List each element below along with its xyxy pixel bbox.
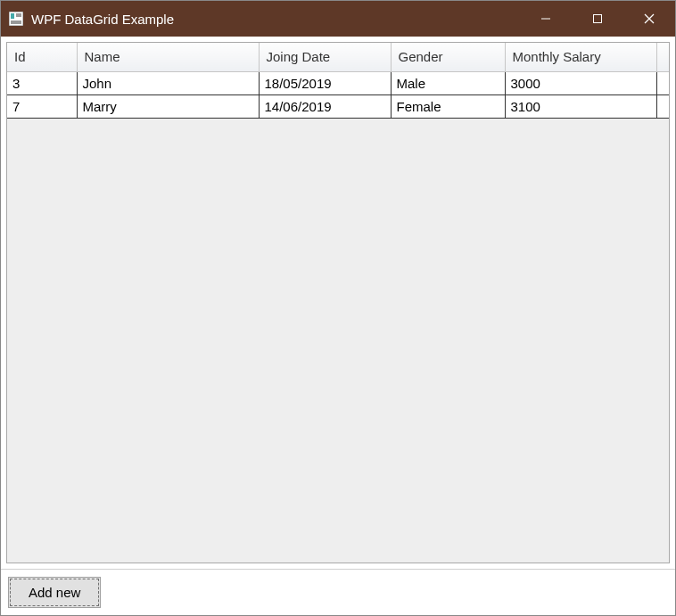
datagrid-empty-area[interactable]	[7, 119, 669, 563]
datagrid[interactable]: Id Name Joing Date Gender Monthly Salary…	[6, 42, 670, 563]
svg-rect-5	[594, 15, 602, 23]
table-row[interactable]: 3 John 18/05/2019 Male 3000	[7, 71, 669, 94]
column-header-joining-date[interactable]: Joing Date	[259, 43, 391, 71]
cell-name[interactable]: Marry	[77, 94, 259, 118]
maximize-button[interactable]	[572, 1, 623, 37]
cell-joining-date[interactable]: 14/06/2019	[259, 94, 391, 118]
cell-id[interactable]: 7	[7, 94, 77, 118]
svg-rect-2	[16, 13, 21, 17]
header-row: Id Name Joing Date Gender Monthly Salary	[7, 43, 669, 71]
cell-gender[interactable]: Female	[391, 94, 505, 118]
column-header-id[interactable]: Id	[7, 43, 77, 71]
column-header-salary[interactable]: Monthly Salary	[505, 43, 656, 71]
cell-joining-date[interactable]: 18/05/2019	[259, 71, 391, 94]
cell-gender[interactable]: Male	[391, 71, 505, 94]
svg-rect-3	[11, 21, 21, 24]
cell-salary[interactable]: 3000	[505, 71, 656, 94]
column-header-gender[interactable]: Gender	[391, 43, 505, 71]
svg-rect-1	[11, 13, 14, 19]
titlebar-controls	[520, 1, 675, 37]
table-row[interactable]: 7 Marry 14/06/2019 Female 3100	[7, 94, 669, 118]
cell-name[interactable]: John	[77, 71, 259, 94]
content-area: Id Name Joing Date Gender Monthly Salary…	[1, 37, 675, 615]
minimize-icon	[540, 13, 551, 24]
close-button[interactable]	[623, 1, 675, 37]
minimize-button[interactable]	[520, 1, 572, 37]
cell-id[interactable]: 3	[7, 71, 77, 94]
bottom-bar: Add new	[1, 569, 675, 615]
column-header-name[interactable]: Name	[77, 43, 259, 71]
add-new-button[interactable]: Add new	[8, 577, 101, 608]
app-icon	[8, 11, 24, 27]
column-header-filler	[656, 43, 669, 71]
maximize-icon	[592, 13, 603, 24]
title-bar[interactable]: WPF DataGrid Example	[1, 1, 675, 37]
cell-filler	[656, 94, 669, 118]
window-title: WPF DataGrid Example	[31, 12, 520, 27]
close-icon	[644, 13, 655, 24]
cell-salary[interactable]: 3100	[505, 94, 656, 118]
cell-filler	[656, 71, 669, 94]
